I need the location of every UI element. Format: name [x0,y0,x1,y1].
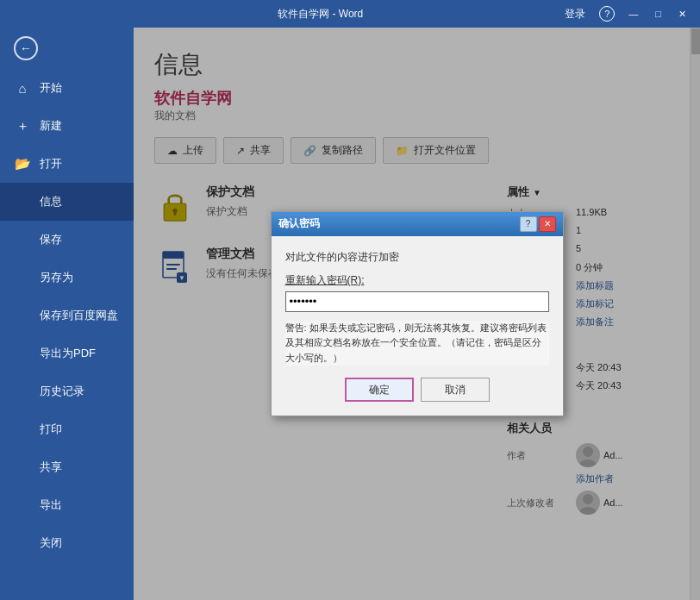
dialog-buttons: 确定 取消 [285,378,549,402]
sidebar-item-print[interactable]: 打印 [0,410,134,448]
dialog-confirm-btn[interactable]: 确定 [345,378,414,402]
back-button[interactable]: ← [0,28,134,69]
dialog-close-btn[interactable]: ✕ [539,216,556,232]
dialog-password-label: 重新输入密码(R): [285,273,549,288]
minimize-button[interactable]: — [622,7,645,21]
confirm-password-dialog: 确认密码 ? ✕ 对此文件的内容进行加密 重新输入密码(R): 警告: 如果丢失… [271,211,564,417]
dialog-section-title: 对此文件的内容进行加密 [285,250,549,265]
help-button[interactable]: ? [599,6,615,22]
sidebar-label-start: 开始 [40,80,62,96]
title-bar-title: 软件自学网 - Word [76,7,565,22]
open-icon: 📂 [14,156,31,172]
dialog-titlebar-buttons: ? ✕ [520,216,556,232]
restore-button[interactable]: □ [648,7,668,21]
sidebar-item-info[interactable]: 信息 [0,183,134,221]
close-button[interactable]: ✕ [672,7,693,22]
sidebar-item-start[interactable]: ⌂ 开始 [0,69,134,107]
sidebar-label-exportpdf: 导出为PDF [40,346,96,361]
dialog-help-btn[interactable]: ? [520,216,537,232]
dialog-warning: 警告: 如果丢失或忘记密码，则无法将其恢复。建议将密码列表及其相应文档名称放在一… [285,321,549,366]
dialog-titlebar: 确认密码 ? ✕ [272,212,563,236]
sidebar-item-share[interactable]: 共享 [0,448,134,486]
sidebar-item-close[interactable]: 关闭 [0,524,134,562]
sidebar-label-history: 历史记录 [40,384,84,399]
sidebar-item-save[interactable]: 保存 [0,221,134,259]
title-bar: 软件自学网 - Word 登录 ? — □ ✕ [0,0,700,28]
home-icon: ⌂ [14,81,31,96]
sidebar-item-new[interactable]: ＋ 新建 [0,107,134,145]
sidebar-item-history[interactable]: 历史记录 [0,372,134,410]
sidebar-item-exportpdf[interactable]: 导出为PDF [0,334,134,372]
login-link[interactable]: 登录 [565,7,585,22]
dialog-body: 对此文件的内容进行加密 重新输入密码(R): 警告: 如果丢失或忘记密码，则无法… [272,236,563,416]
sidebar-item-savebai[interactable]: 保存到百度网盘 [0,297,134,334]
sidebar-label-print: 打印 [40,422,62,437]
sidebar-label-export: 导出 [40,497,62,513]
sidebar-label-new: 新建 [40,118,62,134]
content-area: 信息 软件自学网 我的文档 ☁ 上传 ↗ 共享 🔗 复制路径 📁 打开文件位置 [134,28,700,600]
sidebar-item-saveas[interactable]: 另存为 [0,259,134,297]
sidebar-label-open: 打开 [40,156,62,172]
sidebar-label-savebai: 保存到百度网盘 [40,308,118,323]
app-body: ← ⌂ 开始 ＋ 新建 📂 打开 信息 保存 另存为 保存到百度网盘 [0,28,700,600]
sidebar-label-saveas: 另存为 [40,270,73,285]
sidebar-label-share: 共享 [40,459,62,475]
sidebar-label-close: 关闭 [40,535,62,551]
password-input[interactable] [285,291,549,312]
sidebar-item-export[interactable]: 导出 [0,486,134,524]
title-bar-controls: 登录 ? — □ ✕ [565,6,693,22]
back-icon: ← [14,36,38,60]
dialog-overlay: 确认密码 ? ✕ 对此文件的内容进行加密 重新输入密码(R): 警告: 如果丢失… [134,28,700,600]
dialog-title: 确认密码 [278,216,320,231]
sidebar-label-info: 信息 [40,194,62,209]
sidebar: ← ⌂ 开始 ＋ 新建 📂 打开 信息 保存 另存为 保存到百度网盘 [0,28,134,600]
sidebar-item-open[interactable]: 📂 打开 [0,145,134,183]
dialog-cancel-btn[interactable]: 取消 [421,378,490,402]
new-icon: ＋ [14,118,31,134]
sidebar-label-save: 保存 [40,232,62,247]
